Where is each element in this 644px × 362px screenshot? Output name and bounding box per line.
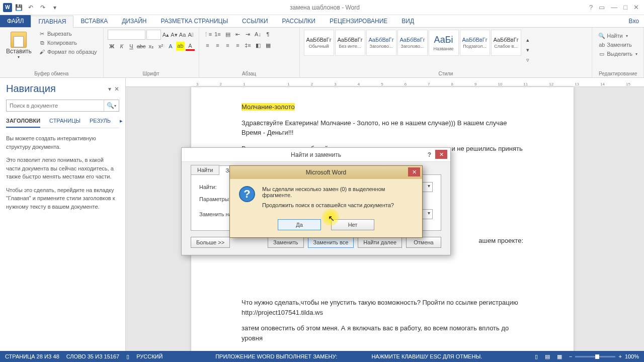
- format-painter-button[interactable]: 🖌Формат по образцу: [37, 48, 99, 56]
- align-left-icon[interactable]: ≡: [203, 41, 212, 50]
- shrink-font-icon[interactable]: A▾: [171, 30, 178, 39]
- nav-tab-pages[interactable]: СТРАНИЦЫ: [49, 118, 80, 128]
- style-normal[interactable]: АаБбВвГгОбычный: [304, 30, 334, 56]
- nav-tab-headings[interactable]: ЗАГОЛОВКИ: [6, 118, 40, 128]
- underline-icon[interactable]: Ч: [127, 42, 135, 51]
- tab-references[interactable]: ССЫЛКИ: [235, 15, 275, 27]
- ribbon-options-icon[interactable]: ▭: [599, 4, 605, 11]
- subscript-icon[interactable]: x₂: [146, 42, 155, 51]
- tab-layout[interactable]: РАЗМЕТКА СТРАНИЦЫ: [154, 15, 235, 27]
- tab-insert[interactable]: ВСТАВКА: [73, 15, 115, 27]
- yes-button[interactable]: Да: [278, 219, 321, 230]
- nav-tabs-more-icon[interactable]: ▸: [120, 118, 123, 128]
- select-button[interactable]: ▭Выделить▾: [596, 50, 639, 58]
- align-right-icon[interactable]: ≡: [223, 41, 232, 50]
- proofing-icon[interactable]: ▯: [126, 353, 129, 360]
- question-icon: ?: [239, 186, 255, 202]
- horizontal-ruler[interactable]: 3211234567891011121314151617: [126, 78, 644, 87]
- grow-font-icon[interactable]: A▴: [162, 30, 170, 39]
- numbering-icon[interactable]: 1≡: [213, 30, 222, 39]
- dialog-help-icon[interactable]: ?: [428, 151, 431, 158]
- font-size-combo[interactable]: [146, 30, 162, 40]
- line-spacing-icon[interactable]: ‡≡: [244, 41, 253, 50]
- tab-view[interactable]: ВИД: [394, 15, 421, 27]
- status-words[interactable]: СЛОВО 35 ИЗ 15167: [66, 353, 119, 359]
- borders-icon[interactable]: ▦: [264, 41, 273, 50]
- style-title[interactable]: АаБіНазвание: [429, 30, 459, 56]
- bullets-icon[interactable]: ⋮≡: [203, 30, 212, 39]
- align-center-icon[interactable]: ≡: [213, 41, 222, 50]
- justify-icon[interactable]: ≡: [233, 41, 243, 50]
- superscript-icon[interactable]: x²: [156, 42, 165, 51]
- bold-icon[interactable]: Ж: [108, 42, 116, 51]
- styles-scroll-up-icon[interactable]: ▴: [523, 35, 532, 44]
- search-button[interactable]: 🔍▾: [104, 100, 119, 111]
- highlight-icon[interactable]: ab: [176, 42, 185, 51]
- zoom-level[interactable]: 100%: [625, 353, 639, 359]
- paste-icon: [11, 32, 27, 48]
- tab-home[interactable]: ГЛАВНАЯ: [31, 16, 73, 28]
- replace-button[interactable]: abЗаменить: [596, 41, 639, 49]
- outdent-icon[interactable]: ⇤: [233, 30, 243, 39]
- status-page[interactable]: СТРАНИЦА 28 ИЗ 48: [5, 353, 59, 359]
- show-marks-icon[interactable]: ¶: [264, 30, 273, 39]
- help-icon[interactable]: ?: [589, 4, 593, 11]
- shading-icon[interactable]: ◧: [254, 41, 263, 50]
- indent-icon[interactable]: ⇥: [244, 30, 253, 39]
- nav-close-icon[interactable]: ✕: [114, 85, 119, 93]
- styles-scroll-down-icon[interactable]: ▾: [523, 45, 532, 54]
- style-subtitle[interactable]: АаБбВвГгПодзагол...: [460, 30, 490, 56]
- close-window-icon[interactable]: ✕: [633, 4, 639, 11]
- msgbox-close-icon[interactable]: ✕: [408, 167, 420, 176]
- change-case-icon[interactable]: Aa: [179, 30, 186, 39]
- zoom-out-icon[interactable]: −: [569, 353, 572, 359]
- dialog-close-icon[interactable]: ✕: [435, 150, 447, 159]
- search-input[interactable]: [7, 100, 104, 111]
- save-icon[interactable]: 💾: [13, 2, 24, 13]
- clear-format-icon[interactable]: A⃠: [187, 30, 195, 39]
- msgbox-titlebar[interactable]: Microsoft Word ✕: [230, 166, 422, 179]
- font-family-combo[interactable]: [108, 30, 145, 40]
- sort-icon[interactable]: A↓: [254, 30, 263, 39]
- nav-tab-results[interactable]: РЕЗУЛЬ: [90, 118, 111, 128]
- view-web-icon[interactable]: ▦: [557, 353, 562, 360]
- tab-file[interactable]: ФАЙЛ: [0, 15, 31, 27]
- replace-one-button[interactable]: Заменить: [268, 237, 303, 248]
- tab-review[interactable]: РЕЦЕНЗИРОВАНИЕ: [323, 15, 394, 27]
- strike-icon[interactable]: abc: [137, 42, 146, 51]
- multilevel-icon[interactable]: ▤: [223, 30, 232, 39]
- sign-in-link[interactable]: Вхо: [629, 15, 644, 27]
- undo-icon[interactable]: ↶: [25, 2, 36, 13]
- no-button[interactable]: Нет: [331, 219, 374, 230]
- style-no-spacing[interactable]: АаБбВвГгБез инте...: [335, 30, 365, 56]
- find-button[interactable]: 🔍Найти▾: [596, 32, 639, 40]
- more-button[interactable]: Больше >>: [191, 237, 230, 248]
- find-next-button[interactable]: Найти далее: [358, 237, 402, 248]
- replace-all-button[interactable]: Заменить все: [308, 237, 354, 248]
- styles-more-icon[interactable]: ▿: [523, 55, 532, 64]
- cut-button[interactable]: ✂Вырезать: [37, 30, 99, 38]
- nav-dropdown-icon[interactable]: ▾: [108, 85, 111, 93]
- maximize-icon[interactable]: □: [623, 4, 627, 11]
- text-effects-icon[interactable]: A: [166, 42, 175, 51]
- style-heading1[interactable]: АаБбВвГгЗаголово...: [366, 30, 396, 56]
- tab-design[interactable]: ДИЗАЙН: [115, 15, 153, 27]
- style-heading2[interactable]: АаБбВвГгЗаголово...: [397, 30, 428, 56]
- minimize-icon[interactable]: —: [611, 4, 617, 11]
- cancel-button[interactable]: Отмена: [406, 237, 441, 248]
- dialog-titlebar[interactable]: Найти и заменить ? ✕: [182, 148, 450, 162]
- style-subtle[interactable]: АаБбВвГгСлабое в...: [491, 30, 521, 56]
- paste-button[interactable]: Вставить ▾: [4, 30, 34, 70]
- qat-dropdown-icon[interactable]: ▾: [49, 2, 60, 13]
- status-language[interactable]: РУССКИЙ: [136, 353, 163, 359]
- view-read-icon[interactable]: ▯: [535, 353, 538, 360]
- zoom-in-icon[interactable]: +: [618, 353, 621, 359]
- zoom-slider[interactable]: [575, 356, 615, 357]
- copy-button[interactable]: ⧉Копировать: [37, 39, 99, 47]
- font-color-icon[interactable]: A: [186, 42, 194, 51]
- view-print-icon[interactable]: ▤: [545, 353, 550, 360]
- italic-icon[interactable]: К: [117, 42, 126, 51]
- tab-mailings[interactable]: РАССЫЛКИ: [275, 15, 323, 27]
- redo-icon[interactable]: ↷: [37, 2, 48, 13]
- tab-find[interactable]: Найти: [191, 165, 219, 174]
